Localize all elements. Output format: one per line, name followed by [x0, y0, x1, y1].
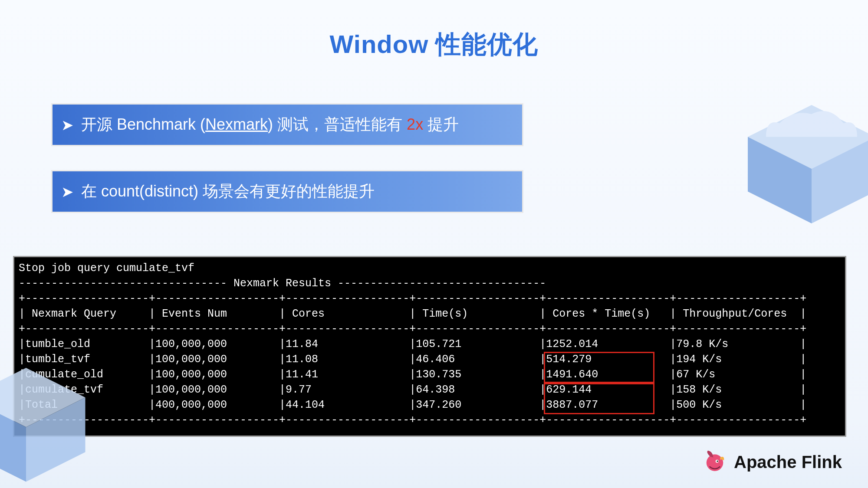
chevron-right-icon: ➤ [61, 116, 73, 134]
table-row: |Total |400,000,000 |44.104 |347.260 |38… [19, 397, 841, 413]
terminal-output: Stop job query cumulate_tvf ------------… [13, 256, 846, 437]
apache-flink-logo: Apache Flink [703, 450, 842, 474]
terminal-line: -------------------------------- Nexmark… [19, 276, 841, 291]
table-row: |cumulate_old |100,000,000 |11.41 |130.7… [19, 367, 841, 382]
decorative-cloud-icon [0, 341, 117, 488]
table-row: |cumulate_tvf |100,000,000 |9.77 |64.398… [19, 382, 841, 397]
terminal-line: +-------------------+-------------------… [19, 291, 841, 306]
bullet-item-2: ➤ 在 count(distinct) 场景会有更好的性能提升 [51, 170, 523, 213]
highlight-value: 2x [407, 115, 423, 133]
slide-title: Window 性能优化 [0, 28, 868, 62]
flink-squirrel-icon [703, 450, 727, 474]
bullet-item-1: ➤ 开源 Benchmark (Nexmark) 测试，普适性能有 2x 提升 [51, 103, 523, 146]
decorative-cloud-icon [720, 87, 868, 269]
table-row: |tumble_tvf |100,000,000 |11.08 |46.406 … [19, 352, 841, 367]
chevron-right-icon: ➤ [61, 183, 73, 200]
nexmark-link[interactable]: Nexmark [205, 115, 268, 133]
table-row: |tumble_old |100,000,000 |11.84 |105.721… [19, 337, 841, 352]
bullet-text-frag: ) 测试，普适性能有 [268, 115, 407, 133]
bullet-text-frag: 提升 [423, 115, 459, 133]
logo-text: Apache Flink [734, 452, 842, 472]
bullet-text: 在 count(distinct) 场景会有更好的性能提升 [81, 181, 375, 202]
terminal-line: +-------------------+-------------------… [19, 413, 841, 428]
bullet-text-frag: 开源 Benchmark ( [81, 115, 205, 133]
terminal-line: Stop job query cumulate_tvf [19, 261, 841, 276]
terminal-line: +-------------------+-------------------… [19, 321, 841, 337]
terminal-line-header: | Nexmark Query | Events Num | Cores | T… [19, 306, 841, 321]
slide: Window 性能优化 ➤ 开源 Benchmark (Nexmark) 测试，… [0, 0, 868, 488]
svg-point-8 [717, 461, 718, 462]
bullet-text: 开源 Benchmark (Nexmark) 测试，普适性能有 2x 提升 [81, 114, 459, 135]
